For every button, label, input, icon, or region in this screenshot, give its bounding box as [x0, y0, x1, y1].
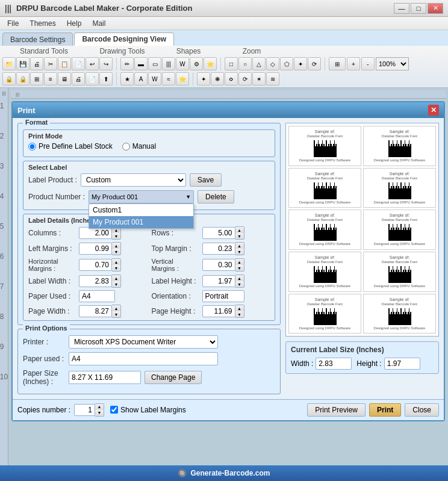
tb-r17[interactable]: ⟳ [238, 72, 252, 85]
left-margins-input[interactable] [79, 243, 112, 255]
tb-new[interactable]: 📁 [2, 57, 16, 70]
label-height-spin-up[interactable]: ▲ [235, 275, 244, 281]
tb-r3[interactable]: ⊞ [30, 72, 43, 85]
v-margins-spin-up[interactable]: ▲ [235, 259, 244, 265]
tb-draw2[interactable]: ▬ [134, 57, 148, 70]
product-number-input[interactable]: My Product 001 ▼ [89, 190, 194, 203]
page-height-input[interactable] [202, 305, 235, 317]
minimize-button[interactable]: — [394, 3, 409, 14]
tab-designing-view[interactable]: Barcode Designing View [74, 33, 174, 46]
radio-manual-input[interactable] [122, 143, 130, 151]
tb-r1[interactable]: 🔒 [2, 72, 16, 85]
tb-r6[interactable]: 🖨 [72, 72, 85, 85]
tb-zoom-in[interactable]: + [347, 57, 360, 70]
paper-used-input[interactable] [79, 290, 115, 302]
tb-r5[interactable]: 🖥 [58, 72, 71, 85]
width-input[interactable] [316, 358, 352, 370]
top-margin-input[interactable] [202, 243, 235, 255]
tb-shape1[interactable]: □ [225, 57, 238, 70]
app-close-button[interactable]: ✕ [428, 3, 443, 14]
label-product-select[interactable]: Custom [81, 173, 186, 187]
rows-spin-down[interactable]: ▼ [235, 233, 244, 239]
tb-r16[interactable]: ⭘ [225, 72, 238, 85]
columns-spin-down[interactable]: ▼ [112, 233, 120, 239]
v-margins-input[interactable] [202, 259, 235, 271]
h-margins-spin-down[interactable]: ▼ [112, 265, 120, 271]
copies-spin-down[interactable]: ▼ [95, 410, 104, 416]
tb-shape3[interactable]: △ [252, 57, 266, 70]
page-height-spin-up[interactable]: ▲ [235, 305, 244, 311]
tb-r14[interactable]: ✦ [197, 72, 210, 85]
tb-draw7[interactable]: ⭐ [204, 57, 217, 70]
orientation-input[interactable] [202, 290, 244, 302]
tb-print[interactable]: 🖨 [30, 57, 43, 70]
tb-r2[interactable]: 🔒 [16, 72, 30, 85]
dropdown-item-myproduct[interactable]: My Product 001 [89, 216, 193, 228]
tb-shape7[interactable]: ⟳ [308, 57, 321, 70]
menu-help[interactable]: Help [62, 18, 87, 29]
tb-r4[interactable]: ≡ [44, 72, 57, 85]
left-margins-spin-down[interactable]: ▼ [112, 249, 120, 255]
tb-shape6[interactable]: ✦ [294, 57, 307, 70]
left-margins-spin-up[interactable]: ▲ [112, 243, 120, 249]
columns-input[interactable] [79, 227, 112, 239]
tb-r12[interactable]: ≈ [162, 72, 175, 85]
tb-cut[interactable]: ✂ [44, 57, 57, 70]
radio-predefine[interactable]: Pre Define Label Stock [28, 142, 113, 151]
print-button[interactable]: Print [369, 403, 401, 417]
tb-copy[interactable]: 📋 [58, 57, 71, 70]
tb-redo[interactable]: ↪ [99, 57, 113, 70]
tb-draw1[interactable]: ✏ [120, 57, 134, 70]
v-margins-spin-down[interactable]: ▼ [235, 265, 244, 271]
printer-select[interactable]: Microsoft XPS Document Writer [69, 335, 218, 349]
paper-used-options-input[interactable] [69, 352, 218, 365]
save-button[interactable]: Save [190, 173, 222, 187]
tb-draw5[interactable]: W [176, 57, 189, 70]
tab-barcode-settings[interactable]: Barcode Settings [2, 33, 73, 46]
label-height-spin-down[interactable]: ▼ [235, 281, 244, 287]
tb-draw3[interactable]: ▭ [148, 57, 161, 70]
tb-draw6[interactable]: ⚙ [190, 57, 203, 70]
label-width-spin-down[interactable]: ▼ [112, 281, 120, 287]
print-preview-button[interactable]: Print Preview [307, 403, 366, 417]
page-width-input[interactable] [79, 305, 112, 317]
maximize-button[interactable]: □ [411, 3, 426, 14]
tb-r10[interactable]: A [134, 72, 148, 85]
tb-r8[interactable]: ⬆ [99, 72, 113, 85]
tb-shape2[interactable]: ○ [238, 57, 252, 70]
h-margins-spin-up[interactable]: ▲ [112, 259, 120, 265]
tb-shape5[interactable]: ⬠ [280, 57, 293, 70]
page-height-spin-down[interactable]: ▼ [235, 311, 244, 317]
zoom-select[interactable]: 100% [376, 57, 409, 70]
tb-r7[interactable]: 📄 [86, 72, 99, 85]
copies-spin-up[interactable]: ▲ [95, 404, 104, 410]
tb-draw4[interactable]: ||| [162, 57, 175, 70]
label-width-input[interactable] [79, 275, 112, 287]
show-margins-checkbox[interactable] [110, 406, 118, 414]
tb-r19[interactable]: ≋ [266, 72, 279, 85]
rows-input[interactable] [202, 227, 235, 239]
close-button[interactable]: Close [405, 403, 439, 417]
page-width-spin-down[interactable]: ▼ [112, 311, 120, 317]
top-margin-spin-up[interactable]: ▲ [235, 243, 244, 249]
change-page-button[interactable]: Change Page [145, 371, 202, 384]
rows-spin-up[interactable]: ▲ [235, 227, 244, 233]
top-margin-spin-down[interactable]: ▼ [235, 249, 244, 255]
menu-mail[interactable]: Mail [87, 18, 110, 29]
dropdown-item-custom1[interactable]: Custom1 [89, 204, 193, 216]
tb-r9[interactable]: ★ [120, 72, 134, 85]
radio-manual[interactable]: Manual [122, 142, 156, 151]
tb-undo[interactable]: ↩ [86, 57, 99, 70]
menu-file[interactable]: File [2, 18, 23, 29]
tb-zoom-fit[interactable]: ⊞ [329, 57, 346, 70]
tb-shape4[interactable]: ◇ [266, 57, 279, 70]
tb-paste[interactable]: 📄 [72, 57, 85, 70]
page-width-spin-up[interactable]: ▲ [112, 305, 120, 311]
tb-r18[interactable]: ✶ [252, 72, 266, 85]
delete-button[interactable]: Delete [198, 190, 234, 203]
radio-predefine-input[interactable] [28, 143, 36, 151]
tb-zoom-out[interactable]: - [361, 57, 375, 70]
copies-input[interactable] [74, 404, 95, 416]
menu-themes[interactable]: Themes [25, 18, 60, 29]
tb-r15[interactable]: ❋ [211, 72, 224, 85]
